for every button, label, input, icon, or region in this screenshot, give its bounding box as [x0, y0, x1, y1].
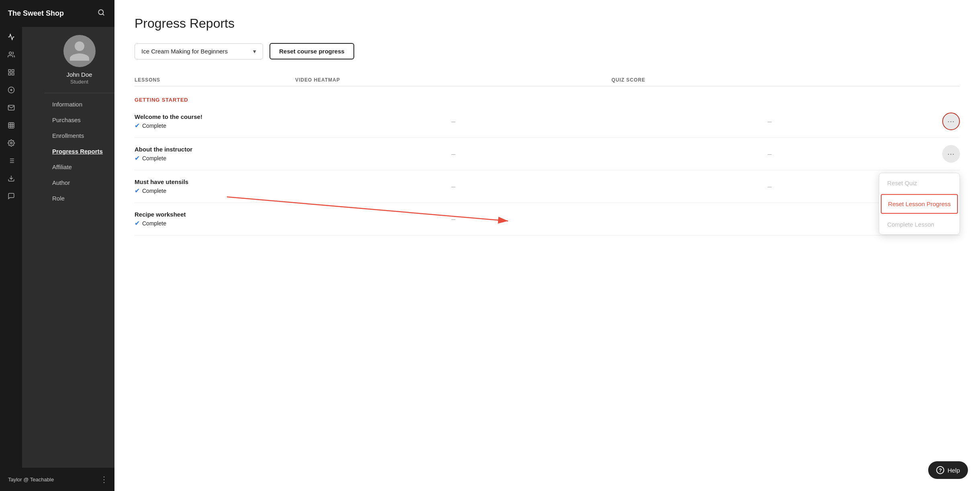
app-title: The Sweet Shop: [8, 9, 64, 18]
lesson-info: Recipe worksheet ✔ Complete: [135, 211, 295, 227]
quiz-score-cell: –: [612, 117, 928, 126]
nav-icon-chat[interactable]: [3, 188, 19, 204]
video-heatmap-cell: –: [295, 150, 612, 158]
lesson-menu-button[interactable]: ···: [942, 113, 960, 130]
lesson-status: ✔ Complete: [135, 219, 295, 227]
sidebar-item-information[interactable]: Information: [44, 96, 114, 112]
profile-role: Student: [70, 79, 88, 85]
video-heatmap-cell: –: [295, 182, 612, 191]
lesson-info: About the instructor ✔ Complete: [135, 146, 295, 162]
svg-rect-3: [8, 70, 10, 72]
nav-icon-analytics[interactable]: [3, 29, 19, 45]
svg-rect-4: [12, 70, 14, 72]
svg-line-1: [102, 14, 104, 15]
sidebar-footer: Taylor @ Teachable ⋮: [0, 468, 114, 491]
check-icon: ✔: [135, 187, 140, 194]
lesson-status: ✔ Complete: [135, 187, 295, 194]
col-header-video-heatmap: VIDEO HEATMAP: [295, 77, 612, 83]
lesson-status: ✔ Complete: [135, 122, 295, 129]
col-header-lessons: LESSONS: [135, 77, 295, 83]
help-label: Help: [947, 467, 960, 474]
nav-icon-courses[interactable]: [3, 153, 19, 169]
video-heatmap-cell: –: [295, 117, 612, 126]
nav-icon-mail[interactable]: [3, 100, 19, 116]
svg-rect-6: [8, 73, 10, 75]
search-icon-button[interactable]: [96, 7, 106, 20]
reset-course-button[interactable]: Reset course progress: [270, 43, 354, 59]
sidebar-item-role[interactable]: Role: [44, 190, 114, 206]
profile-section: John Doe Student: [44, 27, 114, 93]
nav-icon-revenue[interactable]: [3, 82, 19, 98]
col-header-quiz-score: QUIZ SCORE: [612, 77, 928, 83]
lesson-status: ✔ Complete: [135, 154, 295, 162]
lesson-name: Welcome to the course!: [135, 113, 295, 120]
sidebar-item-enrollments[interactable]: Enrollments: [44, 128, 114, 143]
footer-more-button[interactable]: ⋮: [100, 475, 108, 484]
lesson-row: Welcome to the course! ✔ Complete – – ··…: [135, 105, 960, 138]
check-icon: ✔: [135, 154, 140, 162]
video-heatmap-cell: –: [295, 215, 612, 223]
help-icon: ?: [936, 466, 944, 474]
col-header-actions: [928, 77, 960, 83]
nav-icon-users[interactable]: [3, 47, 19, 63]
course-dropdown[interactable]: Ice Cream Making for Beginners ▾: [135, 43, 263, 59]
footer-username: Taylor @ Teachable: [8, 477, 54, 483]
nav-links: Information Purchases Enrollments Progre…: [44, 93, 114, 468]
nav-icon-download[interactable]: [3, 170, 19, 186]
dropdown-item-reset-quiz[interactable]: Reset Quiz: [879, 173, 960, 193]
sidebar-item-purchases[interactable]: Purchases: [44, 112, 114, 128]
profile-name: John Doe: [66, 71, 92, 78]
dropdown-item-complete-lesson[interactable]: Complete Lesson: [879, 215, 960, 234]
svg-point-13: [10, 142, 12, 144]
svg-rect-5: [12, 73, 14, 75]
nav-icon-grid[interactable]: [3, 117, 19, 133]
quiz-score-cell: –: [612, 150, 928, 158]
lesson-row: About the instructor ✔ Complete – – ···: [135, 138, 960, 170]
nav-icon-settings[interactable]: [3, 135, 19, 151]
sidebar: The Sweet Shop: [0, 0, 114, 491]
sidebar-item-author[interactable]: Author: [44, 175, 114, 190]
lesson-info: Welcome to the course! ✔ Complete: [135, 113, 295, 129]
main-content: Progress Reports Ice Cream Making for Be…: [114, 0, 980, 491]
section-label-getting-started: GETTING STARTED: [135, 91, 960, 105]
course-dropdown-selected: Ice Cream Making for Beginners: [141, 48, 228, 55]
course-selector-row: Ice Cream Making for Beginners ▾ Reset c…: [135, 43, 960, 59]
lesson-name: Recipe worksheet: [135, 211, 295, 218]
table-header: LESSONS VIDEO HEATMAP QUIZ SCORE: [135, 74, 960, 86]
chevron-down-icon: ▾: [253, 48, 256, 55]
lesson-name: About the instructor: [135, 146, 295, 153]
svg-point-2: [9, 52, 11, 54]
icon-nav-strip: [0, 27, 22, 468]
sidebar-item-affiliate[interactable]: Affiliate: [44, 159, 114, 175]
check-icon: ✔: [135, 219, 140, 227]
lesson-row: Recipe worksheet ✔ Complete – ···: [135, 203, 960, 235]
lesson-info: Must have utensils ✔ Complete: [135, 178, 295, 194]
lesson-name: Must have utensils: [135, 178, 295, 185]
avatar: [63, 35, 96, 67]
svg-rect-8: [8, 123, 14, 128]
help-button[interactable]: ? Help: [928, 461, 968, 479]
lesson-row: Must have utensils ✔ Complete – – ···: [135, 170, 960, 203]
lesson-menu-button[interactable]: ···: [942, 145, 960, 163]
page-title: Progress Reports: [135, 16, 960, 31]
nav-icon-layout[interactable]: [3, 64, 19, 80]
check-icon: ✔: [135, 122, 140, 129]
lesson-context-menu: Reset Quiz Reset Lesson Progress Complet…: [879, 173, 960, 235]
dropdown-item-reset-lesson-progress[interactable]: Reset Lesson Progress: [881, 194, 958, 214]
sidebar-header: The Sweet Shop: [0, 0, 114, 27]
sidebar-item-progress-reports[interactable]: Progress Reports: [44, 143, 114, 159]
